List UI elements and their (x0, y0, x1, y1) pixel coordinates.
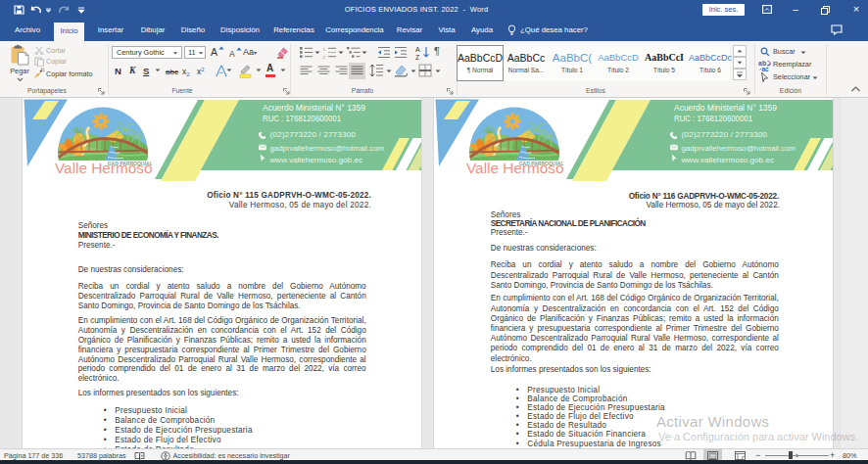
svg-text:A: A (415, 46, 420, 53)
svg-text:Z: Z (415, 54, 420, 61)
svg-text:ac: ac (762, 65, 770, 71)
svg-text:1: 1 (323, 47, 326, 52)
svg-text:2: 2 (323, 55, 326, 59)
